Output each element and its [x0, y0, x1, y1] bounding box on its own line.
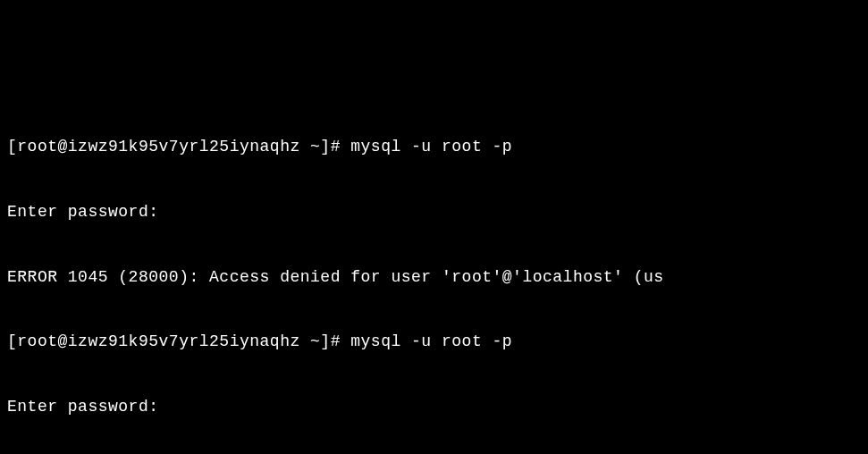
terminal-line: ERROR 1045 (28000): Access denied for us… — [7, 266, 861, 288]
terminal-line: [root@izwz91k95v7yrl25iynaqhz ~]# mysql … — [7, 136, 861, 157]
terminal-line: [root@izwz91k95v7yrl25iynaqhz ~]# mysql … — [7, 331, 861, 352]
terminal-line: Enter password: — [7, 396, 861, 417]
terminal-output: [root@izwz91k95v7yrl25iynaqhz ~]# mysql … — [7, 92, 861, 454]
terminal-line: Enter password: — [7, 201, 861, 223]
